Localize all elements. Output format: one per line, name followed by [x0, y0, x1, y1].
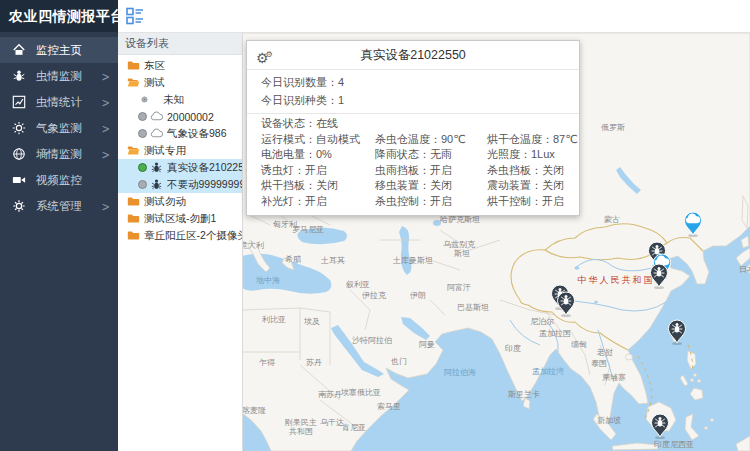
sidebar-item-3[interactable]: 虫情统计>	[0, 89, 118, 115]
folder-open-icon	[127, 76, 140, 89]
sun-icon	[12, 121, 26, 135]
folder-icon	[127, 212, 140, 225]
sidebar-item-6[interactable]: 视频监控	[0, 167, 118, 193]
map-label: 哈萨克斯坦	[440, 215, 480, 224]
map-label: 利比亚	[262, 315, 286, 324]
map-label: 泰国	[591, 359, 607, 368]
device-label: 真实设备21022550	[167, 161, 242, 175]
popup-field: 补光灯：开启	[261, 194, 375, 210]
sidebar-item-4[interactable]: 气象监测>	[0, 115, 118, 141]
sidebar-item-2[interactable]: 虫情监测>	[0, 63, 118, 89]
sidebar-item-label: 监控主页	[36, 43, 110, 58]
map-label: 阿富汗	[447, 283, 471, 292]
device-tree-item[interactable]: 20000002	[118, 108, 242, 125]
sidebar-item-label: 虫情监测	[36, 69, 102, 84]
map-label: 印度尼西亚	[654, 440, 694, 449]
sidebar-item-label: 视频监控	[36, 173, 110, 188]
popup-row: 诱虫灯：开启虫雨挡板：开启杀虫挡板：关闭	[261, 163, 579, 179]
popup-field	[487, 116, 579, 132]
folder-icon	[127, 229, 140, 242]
map-label: 俄罗斯	[601, 123, 625, 132]
insect-icon	[150, 161, 163, 174]
device-tree: 东区测试未知20000002气象设备986测试专用真实设备21022550不要动…	[118, 55, 242, 244]
device-label: 测试专用	[144, 144, 186, 158]
popup-stat-line: 今日识别种类：1	[261, 91, 579, 109]
tree-view-icon[interactable]	[126, 7, 144, 25]
top-toolbar	[118, 0, 750, 33]
device-label: 测试勿动	[144, 195, 186, 209]
map-label: 共和国	[289, 427, 313, 436]
map-label: 斯坦	[454, 249, 470, 258]
sidebar-item-label: 系统管理	[36, 199, 102, 214]
device-tree-item[interactable]: 东区	[118, 57, 242, 74]
popup-stat-line: 今日识别数量：4	[261, 73, 579, 91]
device-tree-item[interactable]: 未知	[118, 91, 242, 108]
device-tree-item[interactable]: 气象设备986	[118, 125, 242, 142]
device-info-popup: ⚙⚙ 真实设备21022550 今日识别数量：4今日识别种类：1 设备状态：在线…	[246, 40, 580, 216]
device-label: 气象设备986	[167, 127, 227, 141]
popup-field: 虫雨挡板：开启	[375, 163, 487, 179]
status-dot-gray	[138, 180, 147, 189]
folder-icon	[127, 195, 140, 208]
camera-icon	[12, 173, 26, 187]
map-marker-insect[interactable]	[669, 320, 686, 345]
device-label: 章丘阳丘区-2个摄像头	[144, 229, 242, 243]
map-label: 索马里	[377, 402, 401, 411]
app-title: 农业四情测报平台	[0, 0, 118, 32]
cloud-icon	[150, 110, 163, 123]
sidebar-item-5[interactable]: 墒情监测>	[0, 141, 118, 167]
device-tree-item[interactable]: 不要动99999999	[118, 176, 242, 193]
sidebar-item-7[interactable]: 系统管理>	[0, 193, 118, 219]
map-label: 喀麦隆	[242, 406, 266, 415]
device-label: 未知	[163, 93, 184, 107]
map-label: 地中海	[255, 276, 280, 285]
device-tree-item[interactable]: 测试	[118, 74, 242, 91]
sidebar-item-1[interactable]: 监控主页	[0, 37, 118, 63]
popup-field: 烘干仓温度：87℃	[487, 132, 579, 148]
device-tree-item[interactable]: 测试专用	[118, 142, 242, 159]
map-label: 缅甸	[571, 340, 587, 349]
map-label: 阿曼	[419, 340, 435, 349]
popup-field: 杀虫仓温度：90℃	[375, 132, 487, 148]
popup-row: 电池电量：0%降雨状态：无雨光照度：1Lux	[261, 147, 579, 163]
map-label: 埃塞俄比亚	[340, 388, 381, 397]
map-label: 巴基斯坦	[457, 303, 489, 312]
map-label: 斯里兰卡	[508, 390, 540, 399]
insect-icon	[150, 178, 163, 191]
map-label: 中华人民共和国	[578, 275, 655, 285]
device-list-title: 设备列表	[118, 33, 242, 55]
map-label: 意大利	[242, 241, 264, 250]
map-label: 伊拉克	[362, 291, 387, 300]
chevron-right-icon: >	[102, 69, 110, 83]
map-marker-insect[interactable]	[652, 414, 669, 439]
device-label: 东区	[144, 59, 165, 73]
sidebar-item-label: 虫情统计	[36, 95, 102, 110]
device-tree-item[interactable]: 测试区域-勿删1	[118, 210, 242, 227]
map-label: 土耳其	[320, 256, 345, 265]
popup-grid: 设备状态：在线运行模式：自动模式杀虫仓温度：90℃烘干仓温度：87℃电池电量：0…	[247, 114, 579, 215]
chevron-right-icon: >	[102, 147, 110, 161]
map-label: 希腊	[285, 255, 301, 264]
device-label: 20000002	[167, 111, 214, 123]
device-tree-item[interactable]: 真实设备21022550	[118, 159, 242, 176]
map-label: 尼泊尔	[530, 317, 554, 326]
settings-gears-icon[interactable]: ⚙⚙	[256, 41, 273, 72]
device-label: 测试区域-勿删1	[144, 212, 216, 226]
map-label: 柬埔寨	[602, 373, 626, 382]
map-label: 老挝	[596, 348, 613, 357]
device-tree-item[interactable]: 章丘阳丘区-2个摄像头	[118, 227, 242, 244]
map-label: 乍得	[259, 358, 275, 367]
popup-stats: 今日识别数量：4今日识别种类：1	[247, 70, 579, 114]
status-dot-gray	[138, 129, 147, 138]
map-label: 土库曼斯坦	[392, 256, 433, 265]
popup-field: 杀虫控制：开启	[375, 194, 487, 210]
map-label: 埃及	[303, 317, 320, 326]
popup-field: 烘干控制：开启	[487, 194, 579, 210]
cloud-icon	[150, 127, 163, 140]
map-label: 新加坡	[597, 416, 621, 425]
popup-field: 光照度：1Lux	[487, 147, 579, 163]
map-label: 南苏丹	[318, 390, 342, 399]
popup-row: 补光灯：开启杀虫控制：开启烘干控制：开启	[261, 194, 579, 210]
home-icon	[12, 43, 26, 57]
device-tree-item[interactable]: 测试勿动	[118, 193, 242, 210]
